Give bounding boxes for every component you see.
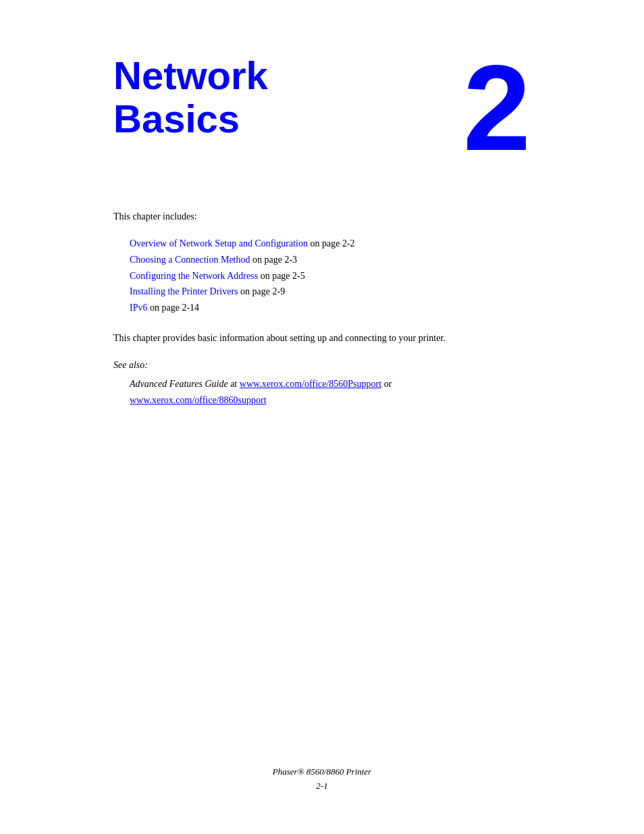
toc-list: Overview of Network Setup and Configurat…	[130, 236, 531, 316]
page-ref-choosing: on page 2-3	[250, 255, 298, 265]
list-item: Choosing a Connection Method on page 2-3	[130, 252, 531, 268]
url2-link[interactable]: www.xerox.com/office/8860support	[130, 395, 267, 405]
chapter-title: Network Basics	[113, 54, 404, 140]
url1-link[interactable]: www.xerox.com/office/8560Psupport	[240, 379, 381, 389]
or-text: or	[381, 379, 392, 389]
list-item: IPv6 on page 2-14	[130, 300, 531, 316]
page-ref-overview: on page 2-2	[308, 238, 355, 249]
toc-link-choosing[interactable]: Choosing a Connection Method	[130, 255, 250, 265]
page: Network Basics 2 This chapter includes: …	[0, 0, 644, 834]
chapter-description: This chapter provides basic information …	[113, 331, 531, 345]
at-text: at	[228, 379, 240, 389]
see-also-content: Advanced Features Guide at www.xerox.com…	[130, 376, 531, 409]
page-ref-installing: on page 2-9	[238, 286, 286, 296]
header-section: Network Basics 2	[113, 54, 531, 169]
page-ref-configuring: on page 2-5	[258, 271, 305, 281]
footer: Phaser® 8560/8860 Printer 2-1	[0, 765, 644, 793]
toc-link-overview[interactable]: Overview of Network Setup and Configurat…	[130, 238, 308, 249]
list-item: Configuring the Network Address on page …	[130, 268, 531, 284]
toc-link-ipv6[interactable]: IPv6	[130, 303, 147, 313]
page-ref-ipv6: on page 2-14	[147, 303, 199, 313]
list-item: Overview of Network Setup and Configurat…	[130, 236, 531, 252]
footer-line1: Phaser® 8560/8860 Printer	[0, 765, 644, 779]
toc-link-installing[interactable]: Installing the Printer Drivers	[130, 286, 238, 296]
toc-link-configuring[interactable]: Configuring the Network Address	[130, 271, 258, 281]
chapter-number: 2	[463, 47, 531, 169]
footer-line2: 2-1	[0, 779, 644, 793]
guide-name: Advanced Features Guide	[130, 379, 228, 389]
see-also-label: See also:	[113, 360, 531, 371]
list-item: Installing the Printer Drivers on page 2…	[130, 284, 531, 300]
intro-text: This chapter includes:	[113, 209, 531, 224]
